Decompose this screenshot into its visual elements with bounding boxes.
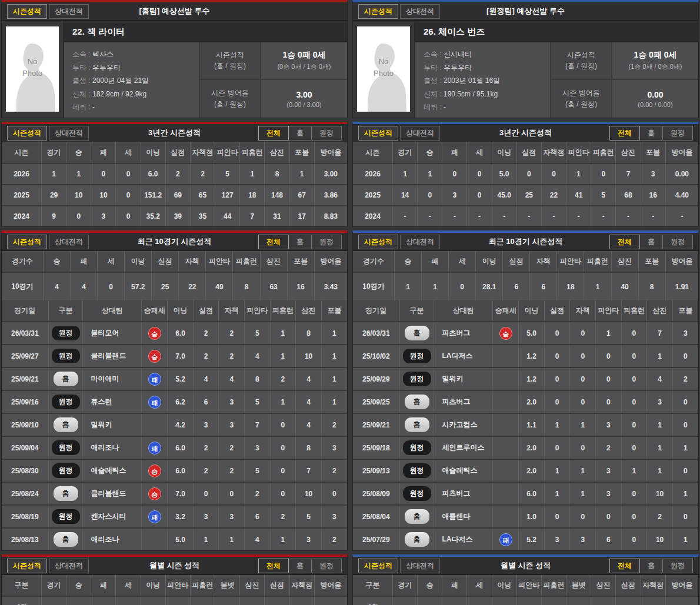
- tab-season-stats[interactable]: 시즌성적: [7, 4, 47, 19]
- filter-home[interactable]: 홈: [639, 126, 663, 141]
- filter-all[interactable]: 전체: [258, 559, 289, 573]
- filter-away[interactable]: 원정: [662, 559, 693, 573]
- filter-group: 전체 홈 원정: [259, 235, 342, 249]
- table-cell: 0: [570, 322, 596, 345]
- table-cell: 2: [193, 345, 219, 367]
- tab-season-stats[interactable]: 시즌성적: [7, 559, 47, 573]
- table-cell: 18: [240, 185, 265, 206]
- column-header: 패: [71, 251, 98, 272]
- tab-head-to-head[interactable]: 상대전적: [400, 4, 440, 19]
- table-cell: 2: [270, 367, 296, 390]
- table-cell: -: [442, 596, 467, 605]
- table-cell: 0: [219, 482, 245, 505]
- table-cell: 홈: [399, 322, 434, 345]
- filter-all[interactable]: 전체: [609, 559, 640, 573]
- filter-all[interactable]: 전체: [609, 235, 640, 249]
- table-cell: -: [240, 596, 265, 605]
- table-cell: 승: [142, 345, 168, 367]
- table-cell: 0: [442, 163, 467, 185]
- table-row: 25/08/30원정애슬레틱스승6.0225072: [2, 459, 347, 482]
- tab-head-to-head[interactable]: 상대전적: [49, 235, 89, 249]
- table-cell: 22: [179, 272, 206, 300]
- away-badge: 원정: [403, 440, 431, 455]
- column-header: 삼진: [296, 300, 322, 322]
- table-cell: 25/07/29: [353, 528, 399, 550]
- table-cell: 2: [672, 367, 698, 390]
- tab-season-stats[interactable]: 시즌성적: [358, 235, 398, 249]
- tab-head-to-head[interactable]: 상대전적: [400, 235, 440, 249]
- recent-games-section: 시즌성적 상대전적 최근 10경기 시즌성적 전체 홈 원정 경기수승패세이닝실…: [1, 230, 348, 551]
- table-cell: 원정: [399, 436, 434, 459]
- filter-all[interactable]: 전체: [258, 235, 289, 249]
- table-cell: LA다저스: [434, 345, 493, 367]
- info-colon: :: [86, 103, 92, 111]
- table-cell: 4: [296, 367, 322, 390]
- table-cell: -: [393, 206, 418, 226]
- filter-away[interactable]: 원정: [311, 235, 342, 249]
- lose-badge: 패: [148, 396, 161, 409]
- table-cell: [493, 459, 519, 482]
- table-cell: 3: [193, 413, 219, 436]
- column-header: 삼진: [591, 575, 616, 596]
- section-header: 시즌성적 상대전적 3년간 시즌성적 전체 홈 원정: [2, 124, 347, 142]
- tab-season-stats[interactable]: 시즌성적: [358, 4, 398, 19]
- table-cell: 1: [270, 345, 296, 367]
- column-header: 실점: [503, 251, 530, 272]
- table-cell: 2: [193, 322, 219, 345]
- table-cell: 6: [245, 505, 271, 528]
- filter-away[interactable]: 원정: [662, 235, 693, 249]
- table-cell: 0: [544, 505, 570, 528]
- filter-away[interactable]: 원정: [311, 559, 342, 573]
- info-value: -: [92, 103, 95, 111]
- away-badge: 원정: [403, 372, 431, 386]
- tab-head-to-head[interactable]: 상대전적: [400, 126, 440, 141]
- filter-home[interactable]: 홈: [639, 235, 663, 249]
- table-cell: -: [393, 596, 418, 605]
- table-cell: 3: [641, 163, 665, 185]
- table-cell: 0: [570, 367, 596, 390]
- filter-all[interactable]: 전체: [258, 126, 289, 141]
- section-header: 시즌성적 상대전적 최근 10경기 시즌성적 전체 홈 원정: [2, 233, 347, 251]
- filter-away[interactable]: 원정: [662, 126, 693, 141]
- table-cell: [493, 482, 519, 505]
- table-row: 10경기11028.1661814081.91: [353, 272, 698, 300]
- table-cell: 1: [596, 322, 622, 345]
- filter-home[interactable]: 홈: [288, 235, 312, 249]
- table-cell: 7: [647, 322, 673, 345]
- info-colon: :: [438, 90, 444, 98]
- tab-head-to-head[interactable]: 상대전적: [49, 4, 89, 19]
- filter-home[interactable]: 홈: [288, 126, 312, 141]
- player-photo: No Photo: [353, 21, 415, 118]
- table-cell: 3: [442, 185, 467, 206]
- filter-all[interactable]: 전체: [609, 126, 640, 141]
- tab-head-to-head[interactable]: 상대전적: [49, 559, 89, 573]
- column-header: 패: [422, 251, 449, 272]
- tab-season-stats[interactable]: 시즌성적: [358, 126, 398, 141]
- table-cell: [493, 390, 519, 413]
- table-cell: 4: [647, 367, 673, 390]
- column-header: 패: [91, 142, 116, 163]
- away-badge: 원정: [52, 463, 80, 478]
- filter-home[interactable]: 홈: [288, 559, 312, 573]
- table-cell: -: [467, 596, 492, 605]
- table-cell: 26/03/31: [2, 322, 48, 345]
- column-header: 실점: [616, 575, 641, 596]
- section-header: 시즌성적 상대전적 [원정팀] 예상선발 투수: [353, 2, 698, 21]
- table-cell: 원정: [48, 436, 83, 459]
- table-cell: 5: [591, 185, 616, 206]
- filter-away[interactable]: 원정: [311, 126, 342, 141]
- tab-season-stats[interactable]: 시즌성적: [358, 559, 398, 573]
- filter-home[interactable]: 홈: [639, 559, 663, 573]
- tab-head-to-head[interactable]: 상대전적: [49, 126, 89, 141]
- info-label: 신체: [72, 90, 86, 98]
- tab-season-stats[interactable]: 시즌성적: [7, 126, 47, 141]
- table-cell: 9: [42, 206, 66, 226]
- table-cell: 0: [270, 436, 296, 459]
- table-cell: 65: [190, 185, 215, 206]
- table-cell: 1.0: [519, 505, 545, 528]
- table-cell: 3.43: [314, 272, 347, 300]
- table-cell: 2: [647, 505, 673, 528]
- tab-head-to-head[interactable]: 상대전적: [400, 559, 440, 573]
- tab-season-stats[interactable]: 시즌성적: [7, 235, 47, 249]
- table-row: 4월------------: [2, 596, 347, 605]
